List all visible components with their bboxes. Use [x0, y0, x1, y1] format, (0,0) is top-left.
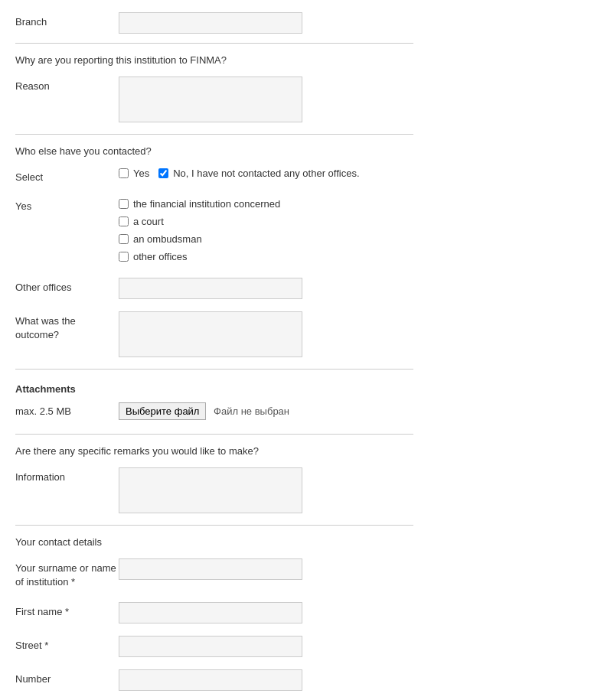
surname-label: Your surname or name of institution * [15, 558, 119, 589]
other-offices-field-label: Other offices [15, 278, 119, 295]
who-contacted-heading: Who else have you contacted? [15, 138, 413, 161]
other-offices-label: other offices [133, 251, 188, 262]
financial-institution-label: the financial institution concerned [133, 198, 280, 210]
finma-question: Why are you reporting this institution t… [15, 47, 413, 70]
firstname-input[interactable] [119, 602, 302, 623]
outcome-textarea[interactable] [119, 311, 302, 357]
no-checkbox-label: No, I have not contacted any other offic… [173, 168, 359, 179]
no-checkbox[interactable] [158, 168, 168, 178]
outcome-label: What was the outcome? [15, 311, 119, 342]
number-label: Number [15, 669, 119, 686]
yes-checkbox-label: Yes [133, 168, 149, 179]
court-label: a court [133, 216, 164, 227]
file-choose-button[interactable]: Выберите файл [119, 402, 206, 420]
yes-field-label: Yes [15, 197, 119, 213]
file-upload-area: Выберите файл Файл не выбран [119, 402, 289, 420]
firstname-label: First name * [15, 602, 119, 619]
divider-3 [15, 369, 413, 370]
attachments-heading: Attachments [15, 379, 413, 398]
divider-1 [15, 43, 413, 44]
number-input[interactable] [119, 669, 302, 691]
street-input[interactable] [119, 636, 302, 657]
max-size-label: max. 2.5 MB [15, 405, 119, 417]
information-label: Information [15, 467, 119, 484]
financial-institution-checkbox[interactable] [119, 199, 129, 209]
divider-4 [15, 434, 413, 435]
remarks-question: Are there any specific remarks you would… [15, 438, 413, 461]
reason-textarea[interactable] [119, 77, 302, 122]
information-textarea[interactable] [119, 467, 302, 513]
file-no-selected-text: Файл не выбран [214, 405, 289, 417]
ombudsman-label: an ombudsman [133, 233, 202, 245]
court-checkbox[interactable] [119, 217, 129, 226]
branch-label: Branch [15, 12, 119, 29]
branch-input[interactable] [119, 12, 302, 34]
reason-label: Reason [15, 77, 119, 93]
yes-checkbox[interactable] [119, 168, 129, 178]
ombudsman-checkbox[interactable] [119, 234, 129, 244]
divider-5 [15, 525, 413, 526]
divider-2 [15, 134, 413, 135]
select-label: Select [15, 168, 119, 184]
surname-input[interactable] [119, 558, 302, 580]
other-offices-checkbox[interactable] [119, 252, 129, 262]
street-label: Street * [15, 636, 119, 653]
other-offices-input[interactable] [119, 278, 302, 299]
contact-heading: Your contact details [15, 529, 413, 552]
